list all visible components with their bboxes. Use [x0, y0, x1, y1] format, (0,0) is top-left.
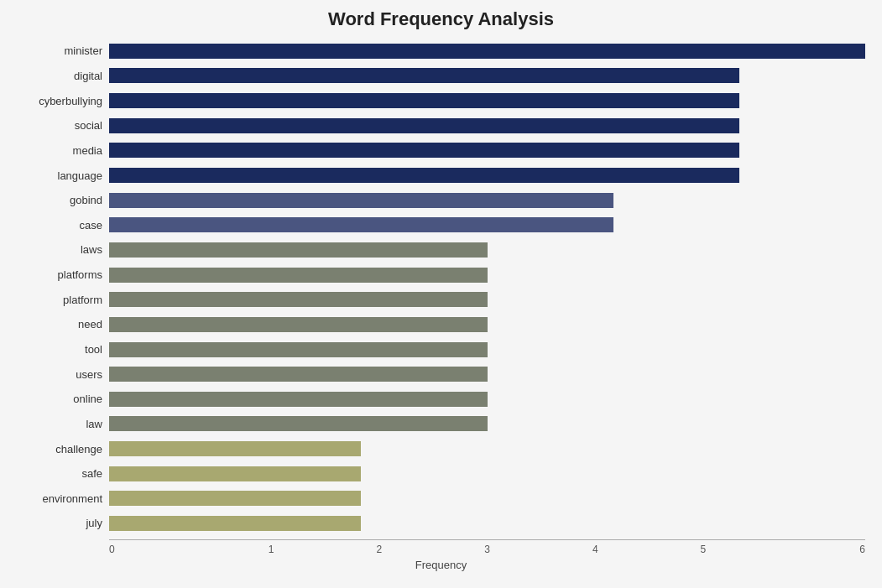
- bar-label: tool: [17, 343, 109, 356]
- bar-track: [109, 441, 865, 456]
- bar-label: platform: [17, 294, 109, 306]
- bar-row: july: [17, 513, 865, 533]
- bar-row: law: [17, 414, 865, 434]
- x-tick: 5: [650, 544, 758, 555]
- chart-title: Word Frequency Analysis: [328, 8, 554, 30]
- bar-label: digital: [17, 70, 109, 82]
- bar-row: online: [17, 389, 865, 409]
- bar-label: media: [17, 144, 109, 157]
- bar-label: minister: [17, 44, 109, 57]
- bar-row: tool: [17, 340, 865, 360]
- x-tick: 0: [109, 544, 217, 555]
- bar-track: [109, 367, 865, 382]
- bar-row: users: [17, 364, 865, 384]
- bar-row: platform: [17, 289, 865, 310]
- bar-track: [109, 68, 865, 83]
- bar-label: environment: [17, 492, 109, 505]
- bar-label: social: [17, 119, 109, 132]
- bar-label: case: [17, 219, 109, 232]
- bar-track: [109, 193, 865, 208]
- bar-track: [109, 516, 865, 531]
- bar-fill: [109, 68, 739, 83]
- bar-fill: [109, 392, 488, 407]
- bar-row: language: [17, 165, 865, 185]
- bar-fill: [109, 242, 488, 258]
- x-tick: 2: [325, 544, 433, 555]
- bar-label: challenge: [17, 443, 109, 455]
- bar-row: digital: [17, 65, 865, 86]
- bar-track: [109, 392, 865, 407]
- bar-label: platforms: [17, 268, 109, 281]
- bar-row: gobind: [17, 190, 865, 211]
- bar-row: social: [17, 116, 865, 136]
- bar-row: laws: [17, 240, 865, 260]
- bar-track: [109, 268, 865, 283]
- bar-fill: [109, 491, 361, 506]
- bar-label: need: [17, 318, 109, 330]
- bar-row: safe: [17, 464, 865, 484]
- bar-label: language: [17, 169, 109, 182]
- bar-fill: [109, 516, 361, 531]
- bar-row: cyberbullying: [17, 91, 865, 111]
- bar-fill: [109, 168, 739, 183]
- bar-row: need: [17, 315, 865, 335]
- bar-fill: [109, 217, 613, 232]
- bar-fill: [109, 342, 488, 357]
- bar-label: gobind: [17, 194, 109, 206]
- bar-fill: [109, 416, 488, 431]
- bar-fill: [109, 317, 488, 332]
- bar-row: environment: [17, 488, 865, 508]
- bar-fill: [109, 118, 739, 133]
- bar-label: laws: [17, 243, 109, 256]
- bar-label: online: [17, 393, 109, 405]
- bar-fill: [109, 466, 361, 481]
- bar-track: [109, 292, 865, 307]
- bar-label: july: [17, 517, 109, 529]
- bar-fill: [109, 143, 739, 158]
- bar-row: case: [17, 215, 865, 235]
- x-tick: 6: [757, 544, 865, 555]
- bar-track: [109, 143, 865, 158]
- x-tick: 4: [541, 544, 650, 555]
- bar-track: [109, 416, 865, 431]
- x-axis-label: Frequency: [17, 559, 865, 571]
- bar-fill: [109, 268, 488, 283]
- bar-track: [109, 44, 865, 59]
- bar-label: law: [17, 418, 109, 430]
- bar-fill: [109, 93, 739, 108]
- bar-track: [109, 317, 865, 332]
- bar-row: challenge: [17, 439, 865, 459]
- chart-area: ministerdigitalcyberbullyingsocialmedial…: [17, 39, 865, 571]
- bar-fill: [109, 441, 361, 456]
- bar-track: [109, 491, 865, 506]
- bar-fill: [109, 292, 488, 307]
- bar-track: [109, 242, 865, 258]
- bar-track: [109, 93, 865, 108]
- x-tick: 1: [217, 544, 326, 555]
- bar-track: [109, 168, 865, 183]
- x-tick: 3: [433, 544, 541, 555]
- bar-track: [109, 118, 865, 133]
- bars-section: ministerdigitalcyberbullyingsocialmedial…: [17, 39, 865, 536]
- bar-label: safe: [17, 467, 109, 480]
- bar-fill: [109, 367, 488, 382]
- chart-container: ministerdigitalcyberbullyingsocialmedial…: [17, 39, 865, 571]
- bar-fill: [109, 44, 865, 59]
- bar-track: [109, 217, 865, 232]
- bar-label: users: [17, 368, 109, 381]
- bar-fill: [109, 193, 613, 208]
- bar-track: [109, 342, 865, 357]
- bar-label: cyberbullying: [17, 95, 109, 107]
- x-axis-section: 0123456 Frequency: [17, 539, 865, 571]
- bar-row: media: [17, 140, 865, 160]
- x-axis-ticks: 0123456: [109, 540, 865, 555]
- bar-row: minister: [17, 41, 865, 61]
- bar-row: platforms: [17, 265, 865, 285]
- bar-track: [109, 466, 865, 481]
